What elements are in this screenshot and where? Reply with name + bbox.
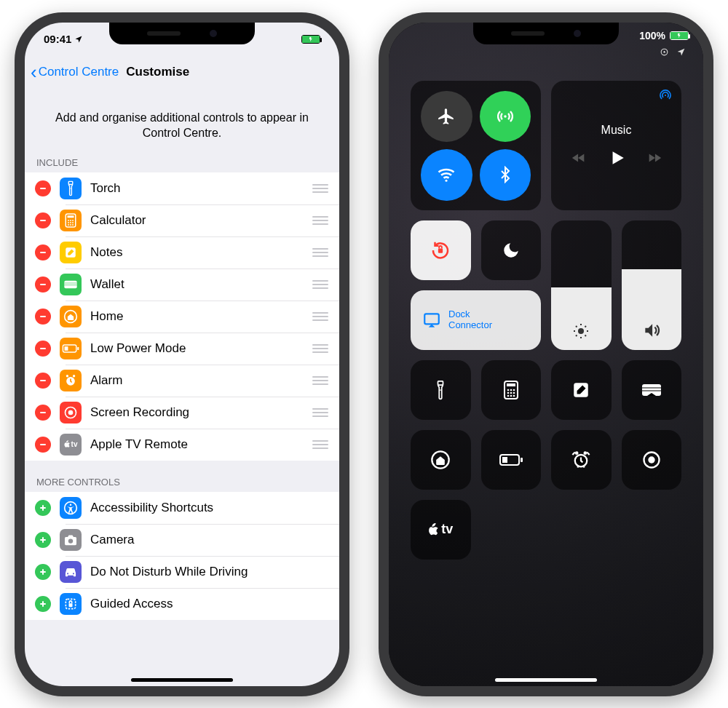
torch-tile[interactable] xyxy=(411,360,471,420)
brightness-slider[interactable] xyxy=(551,220,612,350)
screen-mirror-icon xyxy=(422,311,441,330)
remove-button[interactable] xyxy=(35,373,51,389)
tvremote-icon: tv xyxy=(60,434,82,456)
add-button[interactable] xyxy=(35,500,51,516)
back-button[interactable]: ‹ Control Centre xyxy=(31,63,119,81)
rewind-button[interactable] xyxy=(571,150,587,166)
bluetooth-toggle[interactable] xyxy=(480,149,531,201)
play-button[interactable] xyxy=(607,148,626,167)
mirror-label-2: Connector xyxy=(448,320,492,331)
remove-button[interactable] xyxy=(35,244,51,260)
wifi-toggle[interactable] xyxy=(421,149,472,201)
svg-rect-47 xyxy=(69,603,73,607)
reorder-handle[interactable] xyxy=(312,184,329,193)
reorder-handle[interactable] xyxy=(312,216,329,225)
orientation-lock-tile[interactable] xyxy=(411,220,471,280)
add-button[interactable] xyxy=(35,596,51,612)
alarm-tile[interactable] xyxy=(551,430,612,490)
home-indicator[interactable] xyxy=(131,678,233,682)
airplay-icon[interactable] xyxy=(658,88,673,103)
svg-rect-3 xyxy=(40,220,46,221)
reorder-handle[interactable] xyxy=(312,248,329,257)
dnd-tile[interactable] xyxy=(481,220,542,280)
row-label: Wallet xyxy=(90,277,303,292)
lowpower-tile[interactable] xyxy=(481,430,542,490)
svg-rect-38 xyxy=(42,537,44,543)
record-tile[interactable] xyxy=(622,430,682,490)
reorder-handle[interactable] xyxy=(312,408,329,417)
svg-point-39 xyxy=(68,538,73,543)
lowpower-icon xyxy=(60,338,82,359)
location-indicator-icon xyxy=(676,47,686,57)
notes-icon xyxy=(60,242,82,263)
list-row: Wallet xyxy=(25,269,339,301)
forward-button[interactable] xyxy=(646,150,662,166)
location-icon xyxy=(74,35,83,44)
remove-button[interactable] xyxy=(35,405,51,421)
svg-point-74 xyxy=(507,394,509,397)
add-button[interactable] xyxy=(35,564,51,580)
list-row: Low Power Mode xyxy=(25,333,339,365)
svg-point-8 xyxy=(72,220,74,221)
reorder-handle[interactable] xyxy=(312,376,329,385)
svg-point-55 xyxy=(578,328,584,334)
list-row: tvApple TV Remote xyxy=(25,429,339,461)
home-indicator[interactable] xyxy=(495,678,597,682)
home-tile[interactable] xyxy=(411,430,471,490)
appletv-label: tv xyxy=(441,522,453,537)
row-label: Home xyxy=(90,309,303,324)
list-row: Home xyxy=(25,301,339,333)
svg-point-7 xyxy=(70,220,71,221)
calculator-tile[interactable] xyxy=(481,360,542,420)
svg-rect-18 xyxy=(64,280,76,288)
svg-point-85 xyxy=(575,451,579,455)
accessibility-icon xyxy=(60,497,82,519)
svg-point-28 xyxy=(73,375,75,377)
right-phone: 100% xyxy=(379,12,713,696)
media-title: Music xyxy=(601,124,632,137)
svg-line-63 xyxy=(585,326,587,327)
media-panel[interactable]: Music xyxy=(551,81,681,210)
svg-point-14 xyxy=(72,224,74,226)
svg-rect-49 xyxy=(663,51,665,52)
row-label: Alarm xyxy=(90,373,303,388)
record-icon xyxy=(60,402,82,423)
wallet-icon xyxy=(60,274,82,295)
svg-point-6 xyxy=(68,220,69,221)
volume-slider[interactable] xyxy=(622,220,682,350)
list-row: Guided Access xyxy=(25,588,339,620)
remove-button[interactable] xyxy=(35,437,51,453)
brightness-icon xyxy=(572,322,590,340)
reorder-handle[interactable] xyxy=(312,440,329,449)
list-row: Torch xyxy=(25,172,339,204)
add-button[interactable] xyxy=(35,532,51,548)
connectivity-panel[interactable] xyxy=(411,81,541,210)
screen-mirror-tile[interactable]: Dock Connector xyxy=(411,290,541,350)
svg-point-2 xyxy=(70,188,71,188)
row-label: Torch xyxy=(90,181,303,196)
svg-rect-81 xyxy=(521,458,523,462)
svg-rect-25 xyxy=(40,380,46,381)
appletv-tile[interactable]: tv xyxy=(411,500,471,560)
svg-point-70 xyxy=(513,389,515,391)
remove-button[interactable] xyxy=(35,341,51,357)
reorder-handle[interactable] xyxy=(312,344,329,353)
include-header: INCLUDE xyxy=(25,153,339,172)
svg-rect-21 xyxy=(40,348,46,349)
remove-button[interactable] xyxy=(35,277,51,293)
remove-button[interactable] xyxy=(35,212,51,228)
airplane-toggle[interactable] xyxy=(421,91,472,143)
svg-rect-1 xyxy=(68,181,73,184)
reorder-handle[interactable] xyxy=(312,312,329,321)
svg-rect-34 xyxy=(42,505,44,511)
remove-button[interactable] xyxy=(35,309,51,325)
wallet-tile[interactable] xyxy=(622,360,682,420)
cellular-toggle[interactable] xyxy=(480,91,531,143)
remove-button[interactable] xyxy=(35,180,51,196)
reorder-handle[interactable] xyxy=(312,280,329,289)
cc-status-bar: 100% xyxy=(639,30,689,41)
chevron-left-icon: ‹ xyxy=(31,63,37,81)
camera-icon xyxy=(60,529,82,551)
notes-tile[interactable] xyxy=(551,360,612,420)
svg-point-10 xyxy=(70,222,71,223)
